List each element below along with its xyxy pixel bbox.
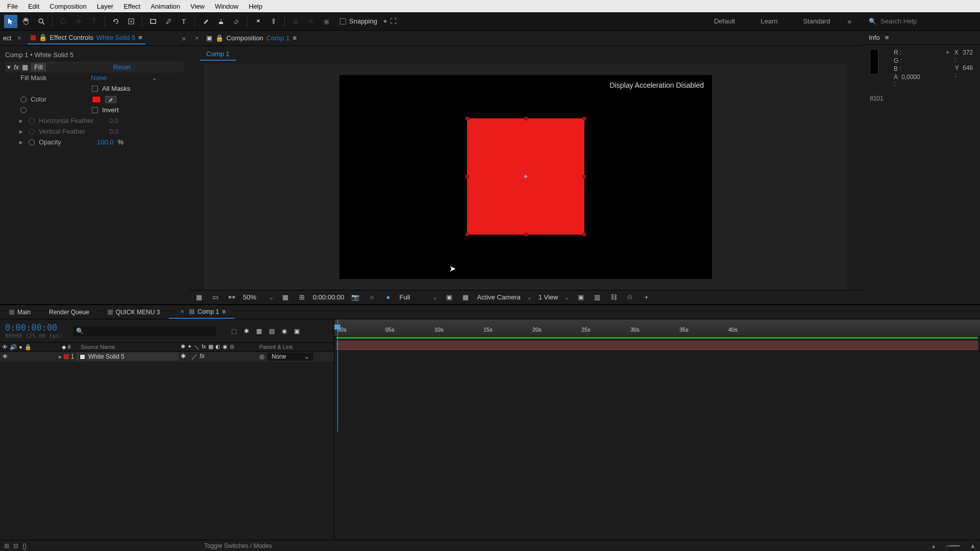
fill-mask-value[interactable]: None [91, 74, 107, 82]
ec-tab[interactable]: 🔒 Effect Controls White Solid 5 ≡ [28, 32, 145, 44]
3d-tool-2[interactable]: ☆ [304, 15, 317, 28]
timeline-layer-row[interactable]: 👁 ▸1 White Solid 5 ✱ · ／ fx ◎ None⌄ [0, 352, 334, 362]
eyedropper-icon[interactable] [105, 96, 116, 103]
sw-icon[interactable]: ＼ [194, 343, 200, 351]
timecode[interactable]: 0:00:00:00 [5, 322, 63, 333]
all-masks-checkbox[interactable] [92, 86, 98, 92]
sw-icon[interactable]: ✱ [181, 343, 185, 351]
invert-checkbox[interactable] [92, 107, 98, 113]
anchor-point-icon[interactable]: ✦ [523, 172, 529, 181]
toggle-switches-button[interactable]: Toggle Switches / Modes [204, 542, 272, 549]
color-swatch[interactable] [92, 96, 101, 103]
search-input[interactable] [880, 17, 962, 25]
sw-icon[interactable]: ◉ [223, 343, 228, 351]
collapse-icon[interactable]: » [182, 34, 186, 42]
panel-menu-icon[interactable]: ≡ [885, 34, 889, 41]
footer-icon[interactable]: {} [22, 542, 27, 549]
resize-handle[interactable] [465, 117, 469, 120]
transparency-icon[interactable]: ▦ [460, 293, 471, 301]
search-help[interactable]: 🔍 [864, 17, 976, 25]
3d-tool-1[interactable]: ◇ [289, 15, 302, 28]
ws-standard[interactable]: Standard [803, 17, 830, 25]
selected-solid[interactable]: ✦ [467, 118, 584, 235]
sw-icon[interactable]: ⊙ [230, 343, 234, 351]
twirl-icon[interactable]: ▾ [7, 63, 11, 71]
guides-icon[interactable]: ⊞ [297, 293, 307, 301]
view-opt-icon[interactable]: ▣ [576, 293, 586, 301]
resize-handle[interactable] [582, 117, 586, 120]
h-feather-value[interactable]: 0,0 [109, 117, 118, 124]
panel-menu-icon[interactable]: ≡ [138, 34, 142, 41]
menu-help[interactable]: Help [243, 1, 267, 12]
sw-icon[interactable]: fx [202, 343, 206, 351]
nav-icon[interactable]: ▲ [970, 542, 976, 549]
sw-fx-icon[interactable]: fx [200, 353, 204, 361]
twirl-icon[interactable]: ▸ [19, 138, 24, 146]
menu-composition[interactable]: Composition [44, 1, 91, 12]
viewer-time[interactable]: 0:00:00:00 [313, 293, 344, 301]
fx-reset[interactable]: Reset [113, 63, 182, 71]
tl-btn-icon[interactable]: ◉ [282, 328, 287, 335]
snap-bounds-icon[interactable]: ⛶ [390, 17, 397, 25]
tl-btn-icon[interactable]: ▣ [294, 328, 300, 335]
views-select[interactable]: 1 View⌄ [538, 293, 570, 301]
sw-icon[interactable]: ▦ [208, 343, 213, 351]
lock-col-icon[interactable]: 🔒 [24, 344, 32, 350]
lock-icon[interactable]: 🔒 [215, 34, 224, 42]
view-opt-icon[interactable]: ▥ [592, 293, 602, 301]
menu-animation[interactable]: Animation [145, 1, 185, 12]
ws-learn[interactable]: Learn [761, 17, 777, 25]
parent-dropdown[interactable]: None⌄ [267, 353, 313, 361]
stopwatch-icon[interactable] [29, 118, 35, 124]
menu-view[interactable]: View [185, 1, 210, 12]
resize-handle[interactable] [524, 233, 528, 236]
twirl-icon[interactable]: ▸ [59, 353, 62, 360]
tl-tab-comp1[interactable]: ×Comp 1≡ [169, 305, 235, 319]
zoom-select[interactable]: 50%⌄ [243, 293, 274, 301]
dolly-tool[interactable] [87, 15, 101, 28]
hand-tool[interactable] [19, 15, 33, 28]
zoom-tool[interactable] [35, 15, 48, 28]
view-opt-icon[interactable]: ⛓ [608, 293, 619, 301]
camera-select[interactable]: Active Camera⌄ [477, 293, 532, 301]
twirl-icon[interactable]: ▸ [19, 128, 24, 135]
selection-tool[interactable] [4, 15, 17, 28]
snapping-checkbox[interactable] [340, 18, 346, 24]
comp-tab[interactable]: ▣ 🔒 Composition Comp 1 ≡ [206, 34, 297, 42]
close-icon[interactable]: × [178, 308, 186, 315]
audio-col-icon[interactable]: 🔊 [10, 344, 17, 350]
opacity-value[interactable]: 100,0 [97, 138, 114, 146]
tl-tab-quick[interactable]: QUICK MENU 3 [99, 305, 169, 319]
brush-tool[interactable] [199, 15, 212, 28]
fx-enable-icon[interactable]: fx [14, 63, 19, 71]
work-area-bar[interactable] [336, 337, 978, 339]
tl-btn-icon[interactable]: ✱ [244, 328, 249, 335]
sw-shy-icon[interactable]: ✱ [181, 353, 186, 361]
grid-icon[interactable]: ▦ [280, 293, 290, 301]
footer-icon[interactable]: ⊟ [13, 542, 18, 549]
ec-prev-tab[interactable]: ect [3, 35, 11, 42]
resize-handle[interactable] [465, 233, 469, 236]
comp-breadcrumb[interactable]: Comp 1 [200, 48, 236, 61]
composition-canvas[interactable]: Display Acceleration Disabled ✦ ➤ [339, 75, 712, 279]
eye-col-icon[interactable]: 👁 [2, 344, 8, 350]
tl-tab-render[interactable]: Render Queue [40, 305, 99, 319]
timeline-search[interactable]: 🔍 [73, 326, 216, 336]
eraser-tool[interactable] [230, 15, 243, 28]
info-title[interactable]: Info [869, 34, 880, 41]
rotation-tool[interactable] [109, 15, 122, 28]
roto-tool[interactable] [252, 15, 265, 28]
close-icon[interactable]: × [15, 34, 23, 42]
tl-btn-icon[interactable]: ▤ [269, 328, 275, 335]
fx-header[interactable]: ▾ fx ▦ Fill Reset [5, 62, 184, 72]
pen-tool[interactable] [162, 15, 175, 28]
roi-icon[interactable]: ▣ [444, 293, 454, 301]
view-opt-icon[interactable]: + [641, 293, 651, 301]
anchor-tool[interactable] [125, 15, 138, 28]
tl-btn-icon[interactable]: ▦ [256, 328, 262, 335]
panel-menu-icon[interactable]: ≡ [222, 308, 226, 315]
type-tool[interactable]: T [177, 15, 190, 28]
color-mgmt-icon[interactable]: ● [383, 293, 393, 301]
dropdown-icon[interactable]: ⌄ [152, 74, 157, 82]
layer-visibility-icon[interactable]: 👁 [2, 353, 8, 360]
